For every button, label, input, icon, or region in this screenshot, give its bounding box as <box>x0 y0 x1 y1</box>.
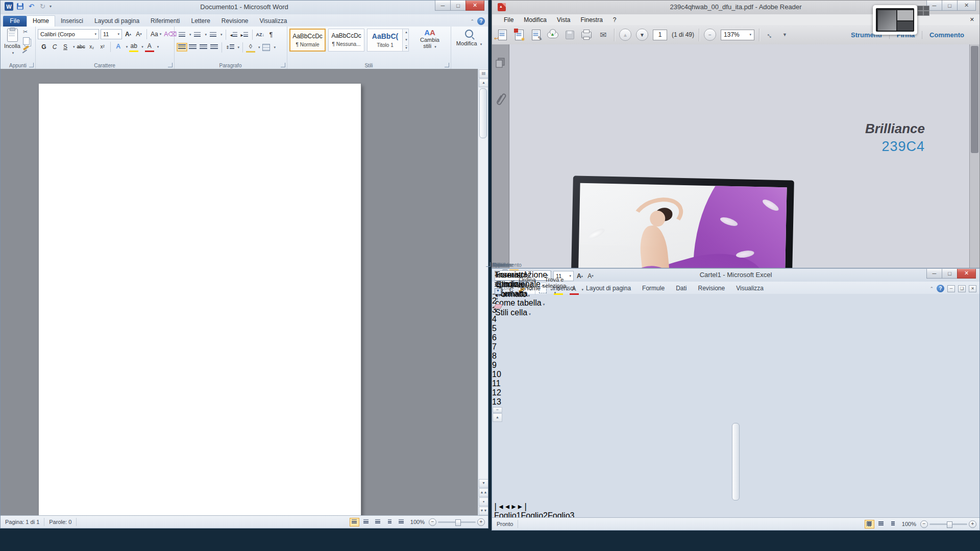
scroll-down-icon[interactable]: ▼ <box>479 479 488 488</box>
row-header-10[interactable]: 10 <box>492 370 979 379</box>
zoom-out-icon[interactable]: − <box>920 520 928 528</box>
grow-font-icon[interactable]: A▴ <box>124 30 133 39</box>
zoom-in-icon[interactable]: + <box>477 518 485 526</box>
first-sheet-icon[interactable]: ❘◂ <box>492 502 503 511</box>
grow-font-icon[interactable]: A▴ <box>575 271 584 281</box>
paragraph-dialog-launcher[interactable] <box>281 63 285 67</box>
print-icon[interactable] <box>580 29 593 41</box>
shading-icon[interactable]: ◊ <box>246 42 255 53</box>
decrease-indent-icon[interactable]: ◂ <box>229 30 238 39</box>
pdf-document-page[interactable]: Brilliance 239C4 <box>509 44 970 278</box>
line-spacing-icon[interactable]: ⇕ <box>225 43 235 52</box>
align-right-icon[interactable] <box>199 43 208 52</box>
zoom-select[interactable]: 137%▾ <box>721 30 754 40</box>
borders-icon[interactable] <box>262 43 271 52</box>
style-card-normale[interactable]: AaBbCcDc¶ Normale <box>289 29 326 52</box>
page-up-icon[interactable]: ▲ <box>619 29 631 41</box>
print-layout-view-icon[interactable] <box>350 518 359 527</box>
email-icon[interactable]: ✉ <box>597 29 609 41</box>
format-painter-icon[interactable] <box>23 45 29 51</box>
excel-minimize-button[interactable]: ─ <box>926 268 942 279</box>
clear-icon[interactable]: ▾ <box>495 303 502 317</box>
attachments-icon[interactable] <box>495 92 506 106</box>
styles-dialog-launcher[interactable] <box>445 63 449 67</box>
excel-tab-layout-di-pagina[interactable]: Layout di pagina <box>580 283 636 294</box>
pdf-menu-modifica[interactable]: Modifica <box>519 15 551 24</box>
row-header-4[interactable]: 4 <box>492 315 979 324</box>
superscript-icon[interactable]: x² <box>98 42 107 52</box>
outline-view-icon[interactable] <box>385 518 395 527</box>
word-tab-riferimenti[interactable]: Riferimenti <box>145 16 185 27</box>
row-header-9[interactable]: 9 <box>492 361 979 370</box>
style-button-stili-cella[interactable]: Stili cella▾ <box>495 308 547 317</box>
page-indicator[interactable]: Pagina: 1 di 1 <box>1 518 44 526</box>
shrink-font-icon[interactable]: A▾ <box>134 30 143 39</box>
cut-icon[interactable]: ✂ <box>23 29 30 35</box>
pdf-scrollbar[interactable] <box>969 44 979 278</box>
clipboard-dialog-launcher[interactable] <box>29 63 34 67</box>
justify-icon[interactable] <box>209 43 218 52</box>
save-icon[interactable] <box>564 29 576 41</box>
sign-document-icon[interactable]: ✎ <box>530 29 542 41</box>
scroll-up-icon[interactable]: ▲ <box>479 79 488 87</box>
zoom-out-icon[interactable]: − <box>429 518 436 526</box>
row-header-3[interactable]: 3 <box>492 306 979 315</box>
sort-filter-button[interactable]: AZ Ordinae filtra ▾ <box>514 270 540 289</box>
toolbar-close-icon[interactable]: ✕ <box>970 16 974 23</box>
word-tab-inserisci[interactable]: Inserisci <box>55 16 89 27</box>
pdf-maximize-button[interactable]: □ <box>942 1 958 11</box>
row-header-7[interactable]: 7 <box>492 342 979 352</box>
row-header-12[interactable]: 12 <box>492 388 979 397</box>
style-card-nessuna[interactable]: AaBbCcDc¶ Nessuna... <box>328 29 364 52</box>
word-tab-revisione[interactable]: Revisione <box>216 16 254 27</box>
more-tools-icon[interactable]: ▼ <box>782 32 787 37</box>
change-case-icon[interactable]: Aa▾ <box>150 30 162 39</box>
fit-width-icon[interactable]: ↔ <box>764 29 776 41</box>
excel-vertical-scrollbar[interactable]: ═ ▲ ▼ <box>492 407 979 500</box>
draft-view-icon[interactable] <box>397 518 406 527</box>
bold-icon[interactable]: G <box>39 42 48 52</box>
multilevel-list-icon[interactable] <box>208 30 217 39</box>
page-down-icon[interactable]: ▼ <box>636 29 648 41</box>
pdf-menu-[interactable]: ? <box>608 15 621 24</box>
page-break-view-icon[interactable] <box>888 520 898 529</box>
cloud-upload-icon[interactable] <box>547 29 559 41</box>
paste-button[interactable]: Incolla▾ <box>2 28 23 55</box>
workbook-minimize-icon[interactable]: ─ <box>947 285 955 292</box>
minimize-ribbon-icon[interactable]: ⌃ <box>470 19 474 24</box>
row-header-6[interactable]: 6 <box>492 333 979 342</box>
word-close-button[interactable]: ✕ <box>465 1 484 11</box>
bullets-icon[interactable] <box>177 30 186 39</box>
zoom-slider[interactable]: − + <box>429 518 485 526</box>
word-document-area[interactable]: ▤ ▲ ▼ ▲▲ ● ▼▼ <box>1 69 488 516</box>
styles-dialog-launcher[interactable] <box>486 262 491 267</box>
sort-icon[interactable]: AZ↓ <box>256 30 265 39</box>
fill-icon[interactable]: ▼ ▾ <box>495 286 502 302</box>
style-card-titolo-1[interactable]: AaBbC(Titolo 1 <box>367 29 403 52</box>
row-header-8[interactable]: 8 <box>492 352 979 361</box>
zoom-level[interactable]: 100% <box>902 521 916 527</box>
word-maximize-button[interactable]: □ <box>450 1 466 11</box>
next-page-icon[interactable]: ▼▼ <box>479 507 488 515</box>
word-vertical-scrollbar[interactable]: ▤ ▲ ▼ ▲▲ ● ▼▼ <box>478 69 488 516</box>
word-minimize-button[interactable]: ─ <box>435 1 451 11</box>
scroll-up-icon[interactable]: ▲ <box>493 413 502 422</box>
word-tab-lettere[interactable]: Lettere <box>185 16 215 27</box>
align-left-icon[interactable] <box>177 43 186 52</box>
zoom-in-icon[interactable]: + <box>969 520 976 528</box>
scroll-thumb[interactable] <box>479 88 487 138</box>
numbering-icon[interactable] <box>193 30 202 39</box>
pdf-close-button[interactable]: ✕ <box>957 1 976 11</box>
underline-icon[interactable]: S <box>61 42 70 52</box>
ruler-toggle-icon[interactable]: ▤ <box>479 69 488 78</box>
help-icon[interactable]: ? <box>477 17 485 25</box>
align-center-icon[interactable] <box>188 43 197 52</box>
screen-layout-widget[interactable] <box>873 5 917 35</box>
word-tab-visualizza[interactable]: Visualizza <box>254 16 293 27</box>
workbook-close-icon[interactable]: ✕ <box>969 285 976 292</box>
autosum-icon[interactable]: Σ ▾ <box>495 270 502 285</box>
row-header-13[interactable]: 13 <box>492 397 979 407</box>
increase-indent-icon[interactable]: ▸ <box>240 30 249 39</box>
row-header-2[interactable]: 2 <box>492 296 979 306</box>
editing-button[interactable]: Modifica ▾ <box>453 30 485 46</box>
